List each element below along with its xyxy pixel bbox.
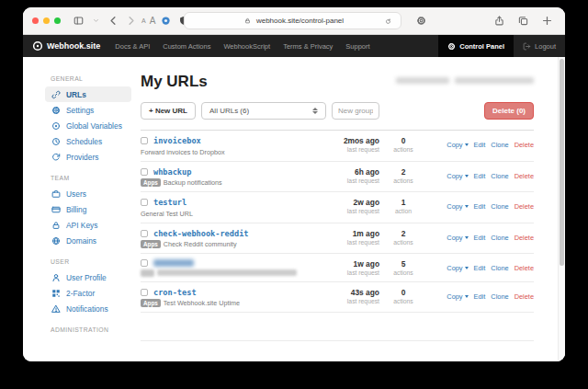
- sidebar-item-domains[interactable]: Domains: [45, 233, 131, 248]
- url-name-link[interactable]: check-webhook-reddit: [153, 229, 248, 238]
- logout-button[interactable]: Logout: [514, 35, 565, 57]
- redacted-url-name: [153, 259, 194, 267]
- clone-link[interactable]: Clone: [491, 202, 508, 211]
- row-checkbox[interactable]: [141, 289, 148, 296]
- new-group-input[interactable]: [332, 102, 379, 120]
- row-checkbox[interactable]: [141, 230, 148, 237]
- actions-count: 0: [381, 136, 425, 145]
- nav-item-support[interactable]: Support: [339, 42, 376, 51]
- sidebar-item-notifications[interactable]: Notifications: [45, 301, 131, 316]
- delete-selected-button[interactable]: Delete (0): [484, 102, 534, 120]
- row-actions: Copy Edit Clone Delete: [425, 167, 534, 180]
- delete-link[interactable]: Delete: [514, 141, 534, 149]
- close-window-button[interactable]: [32, 17, 39, 24]
- sidebar-item-api-keys[interactable]: API Keys: [45, 217, 131, 233]
- url-name-link[interactable]: cron-test: [153, 288, 197, 297]
- sidebar-item-user-profile[interactable]: User Profile: [45, 269, 131, 285]
- sidebar-item-settings[interactable]: Settings: [45, 102, 131, 118]
- nav-item-webhookscript[interactable]: WebhookScript: [217, 42, 277, 51]
- text-larger-button[interactable]: A: [150, 16, 156, 26]
- sidebar-item-2-factor[interactable]: 2-Factor: [45, 285, 131, 301]
- url-filter-select[interactable]: All URLs (6): [201, 102, 326, 120]
- delete-link[interactable]: Delete: [514, 202, 534, 211]
- sidebar-item-providers[interactable]: Providers: [45, 149, 131, 165]
- nav-item-terms-privacy[interactable]: Terms & Privacy: [277, 42, 339, 51]
- url-table-row: whbackup AppsBackup notifications 6h ago…: [141, 162, 534, 193]
- clone-link[interactable]: Clone: [491, 234, 508, 242]
- nav-item-custom-actions[interactable]: Custom Actions: [156, 42, 217, 51]
- new-url-button[interactable]: + New URL: [141, 102, 196, 120]
- copy-link[interactable]: Copy: [447, 264, 468, 272]
- sidebar-item-billing[interactable]: Billing: [45, 201, 131, 217]
- sidebar-toggle-icon[interactable]: [73, 15, 85, 27]
- delete-link[interactable]: Delete: [514, 292, 534, 301]
- row-checkbox[interactable]: [141, 137, 148, 144]
- sidebar-item-label: Providers: [66, 153, 98, 162]
- brand-logo[interactable]: Webhook.site: [23, 35, 108, 57]
- last-request-cell: 2w ago last request: [328, 198, 381, 214]
- address-bar[interactable]: webhook.site/control-panel: [184, 12, 401, 29]
- url-name-link[interactable]: whbackup: [153, 167, 191, 177]
- delete-link[interactable]: Delete: [514, 234, 534, 242]
- copy-link[interactable]: Copy: [447, 141, 468, 149]
- delete-link[interactable]: Delete: [514, 264, 534, 272]
- minimize-window-button[interactable]: [43, 17, 50, 24]
- copy-link[interactable]: Copy: [447, 202, 468, 211]
- copy-link[interactable]: Copy: [447, 292, 468, 301]
- url-name-link[interactable]: testurl: [153, 198, 187, 207]
- sidebar-section-team: TEAM Users Billing API Keys Domains: [51, 175, 131, 248]
- gear-icon: [447, 42, 456, 51]
- clone-link[interactable]: Clone: [491, 292, 508, 301]
- sidebar-item-global-variables[interactable]: Global Variables: [45, 118, 131, 133]
- last-request-time: 6h ago: [328, 167, 379, 177]
- forward-icon[interactable]: [125, 15, 137, 27]
- actions-count-label: actions: [381, 177, 425, 184]
- edit-link[interactable]: Edit: [474, 234, 486, 242]
- tab-overview-icon[interactable]: [517, 15, 529, 27]
- back-icon[interactable]: [107, 15, 119, 27]
- delete-link[interactable]: Delete: [514, 172, 534, 180]
- redacted-description: [157, 269, 297, 276]
- zoom-window-button[interactable]: [54, 17, 61, 24]
- sidebar-item-users[interactable]: Users: [45, 186, 131, 201]
- url-description: Forward invoices to Dropbox: [141, 148, 224, 156]
- edit-link[interactable]: Edit: [474, 141, 486, 149]
- reload-icon[interactable]: [382, 16, 394, 28]
- clock-icon: [51, 137, 61, 146]
- edit-link[interactable]: Edit: [474, 292, 486, 301]
- refresh-icon: [51, 153, 61, 162]
- scrollbar-thumb[interactable]: [560, 59, 564, 266]
- url-name-link[interactable]: invoicebox: [153, 136, 201, 145]
- url-toolbar: + New URL All URLs (6) Delete (0): [141, 102, 534, 120]
- share-icon[interactable]: [493, 15, 505, 27]
- clone-link[interactable]: Clone: [491, 264, 508, 272]
- edit-link[interactable]: Edit: [474, 264, 486, 272]
- clone-link[interactable]: Clone: [491, 141, 508, 149]
- control-panel-button[interactable]: Control Panel: [438, 35, 514, 57]
- row-checkbox[interactable]: [141, 259, 148, 267]
- clone-link[interactable]: Clone: [491, 172, 508, 180]
- copy-link[interactable]: Copy: [447, 234, 468, 242]
- sidebar-item-schedules[interactable]: Schedules: [45, 133, 131, 149]
- text-smaller-button[interactable]: A: [141, 17, 146, 24]
- page-scrollbar[interactable]: [558, 57, 565, 361]
- edit-link[interactable]: Edit: [474, 202, 486, 211]
- sidebar-item-label: API Keys: [66, 221, 97, 230]
- select-arrows-icon: [312, 108, 318, 114]
- sidebar-item-label: Schedules: [66, 137, 102, 146]
- toolbar-right-group: [491, 15, 556, 27]
- chevron-down-icon[interactable]: [90, 15, 102, 27]
- browser-settings-icon[interactable]: [415, 15, 427, 27]
- sidebar-item-urls[interactable]: URLs: [45, 86, 131, 102]
- sidebar-section-header: GENERAL: [51, 75, 131, 82]
- copy-link[interactable]: Copy: [447, 172, 468, 180]
- new-tab-icon[interactable]: [541, 15, 553, 27]
- row-checkbox[interactable]: [141, 168, 148, 176]
- last-request-label: last request: [328, 239, 379, 246]
- nav-item-docs-api[interactable]: Docs & API: [108, 42, 156, 51]
- extension-icon[interactable]: [160, 15, 172, 27]
- row-checkbox[interactable]: [141, 199, 148, 206]
- last-request-time: 43s ago: [328, 288, 379, 297]
- url-description-line: AppsTest Webhook.site Uptime: [141, 299, 322, 307]
- edit-link[interactable]: Edit: [474, 172, 486, 180]
